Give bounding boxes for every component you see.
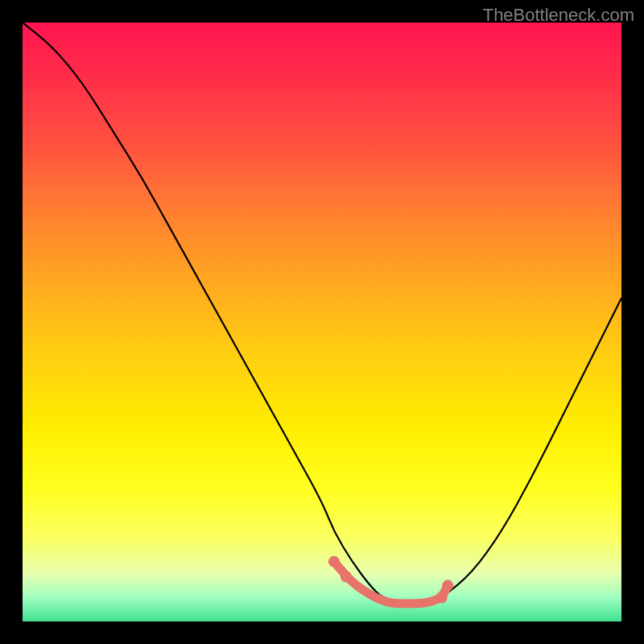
attribution-text: TheBottleneck.com	[483, 5, 634, 26]
plot-area	[23, 23, 621, 621]
bottleneck-curve	[23, 23, 621, 604]
highlight-dot	[442, 580, 453, 591]
highlight-dot	[436, 592, 448, 603]
highlight-dot	[328, 556, 340, 568]
chart-overlay	[23, 23, 621, 621]
highlight-dot	[341, 571, 352, 582]
optimal-range-stroke	[334, 562, 448, 604]
